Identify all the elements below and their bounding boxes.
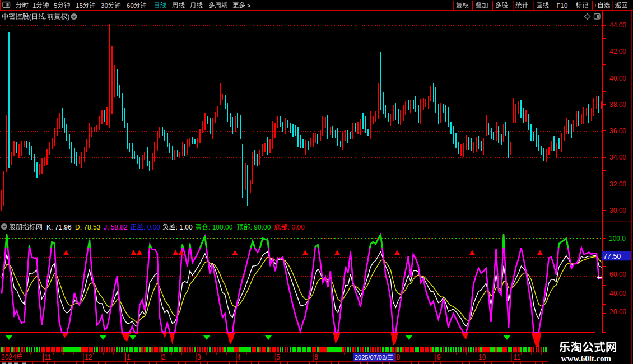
svg-text:: 90.00: : 90.00 [250,223,271,231]
svg-text:42.00: 42.00 [609,48,626,55]
svg-text:11: 11 [44,353,52,361]
svg-text:60.00: 60.00 [609,270,626,278]
svg-text:K: 71.96: K: 71.96 [46,223,72,231]
svg-text:10: 10 [478,353,486,361]
svg-text:32.00: 32.00 [609,180,626,188]
svg-text:20.00: 20.00 [609,308,626,316]
svg-text:: 1.00: : 1.00 [176,223,193,231]
svg-text:8: 8 [397,353,401,361]
svg-text:9: 9 [437,353,441,361]
svg-text:40.00: 40.00 [609,290,626,297]
svg-text:: 0.00: : 0.00 [288,223,305,231]
svg-text:4: 4 [237,353,241,361]
svg-text:5: 5 [54,2,57,9]
svg-text:40.00: 40.00 [609,74,626,82]
svg-text:30.00: 30.00 [609,207,626,214]
svg-text:100.0: 100.0 [609,235,626,242]
svg-text:5: 5 [276,353,280,361]
svg-text:6: 6 [314,353,318,361]
svg-text:.: . [45,13,46,21]
svg-text:77.50: 77.50 [603,253,621,260]
svg-text:3: 3 [197,353,201,361]
svg-text:www.60lt.com: www.60lt.com [561,354,612,363]
svg-text:12: 12 [85,353,92,361]
svg-text:60: 60 [127,2,134,9]
svg-text:): ) [67,13,69,21]
svg-text:1: 1 [127,353,131,361]
svg-text:44.00: 44.00 [609,21,626,29]
svg-text:34.00: 34.00 [609,153,626,161]
svg-text:: 100.00: : 100.00 [208,223,233,231]
svg-text:J: 58.82: J: 58.82 [104,223,128,231]
svg-text:F10: F10 [557,2,568,9]
svg-text:30: 30 [101,2,108,9]
svg-text:11: 11 [514,353,521,361]
svg-text:+: + [594,2,598,9]
svg-text:2024: 2024 [1,353,16,361]
svg-text:1: 1 [32,2,36,9]
svg-text:(: ( [29,13,31,21]
svg-text:2: 2 [162,353,166,361]
svg-text:>: > [247,2,251,9]
svg-text:36.00: 36.00 [609,127,626,135]
svg-text:15: 15 [76,2,83,9]
svg-text:2025/07/02/: 2025/07/02/ [355,354,388,361]
svg-text:38.00: 38.00 [609,101,626,109]
svg-text:: 0.00: : 0.00 [143,223,160,231]
svg-text:D: 78.53: D: 78.53 [75,223,101,231]
